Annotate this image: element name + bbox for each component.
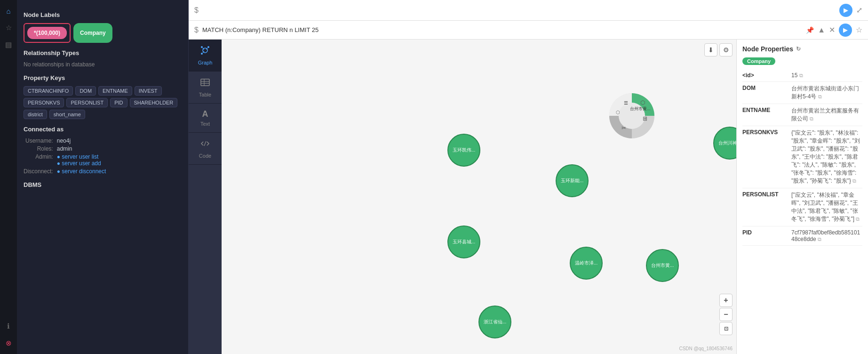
node-5[interactable]: 玉环县城...: [447, 225, 480, 258]
pie-node-container: ⬡ ⊞ ✂ ⬡ ☰ 台州市黄...: [607, 91, 657, 142]
prop-tag[interactable]: INVEST: [135, 86, 162, 96]
dbms-title: DBMS: [24, 181, 182, 188]
sidebar: Node Labels *(100,000) Company Relations…: [17, 0, 189, 354]
copy-personkvs-icon[interactable]: ⧉: [852, 178, 856, 184]
query-input-top[interactable]: [202, 7, 836, 14]
prop-tag[interactable]: SHAREHOLDER: [130, 98, 178, 107]
property-keys-section: Property Keys CTBRANCHINFO DOM ENTNAME I…: [24, 74, 182, 119]
prop-tag[interactable]: PERSONKVS: [24, 98, 64, 107]
tab-code[interactable]: Code: [189, 133, 222, 165]
roles-value: admin: [57, 145, 182, 152]
prop-tag[interactable]: PERSONLIST: [66, 98, 108, 107]
server-disconnect-link[interactable]: ● server disconnect: [57, 168, 182, 175]
copy-pid-icon[interactable]: ⧉: [818, 236, 821, 242]
watermark: CSDN @qq_1804536746: [679, 346, 733, 351]
disconnect-icon[interactable]: ⊗: [1, 336, 16, 350]
content-area: Graph Table A Text: [189, 40, 868, 354]
star-button[interactable]: ☆: [856, 25, 862, 34]
svg-text:⬡: ⬡: [640, 99, 645, 106]
svg-text:⬡: ⬡: [616, 110, 620, 115]
prop-personkvs-val: {"应文云": "股东", "林汝福": "股东", "章金晖": "股东", …: [791, 129, 862, 185]
prop-entname-val: 台州市黄岩兰文档案服务有限公司 ⧉: [791, 107, 862, 123]
username-label: Username:: [24, 137, 53, 144]
node-3[interactable]: 台州川神...: [713, 127, 736, 160]
copy-personlist-icon[interactable]: ⧉: [856, 216, 860, 222]
dollar-sign-top: $: [194, 6, 199, 15]
connected-grid: Username: neo4j Roles: admin Admin: ● se…: [24, 137, 182, 175]
download-btn[interactable]: ⬇: [704, 43, 717, 56]
prop-id-key: <id>: [742, 72, 789, 79]
run-button-second[interactable]: ▶: [839, 24, 852, 37]
node-8[interactable]: 浙江省仙...: [478, 306, 511, 338]
expand-button-second[interactable]: ✕: [829, 25, 835, 34]
code-tab-icon: [200, 138, 210, 151]
graph-tab-icon: [200, 45, 210, 58]
copy-dom-icon[interactable]: ⧉: [818, 94, 822, 99]
prop-tag[interactable]: CTBRANCHINFO: [24, 86, 73, 96]
admin-links: ● server user list ● server user add: [57, 153, 182, 167]
prop-dom: DOM 台州市黄岩东城街道小东门新村5-4号 ⧉: [742, 82, 862, 104]
property-tags: CTBRANCHINFO DOM ENTNAME INVEST PERSONKV…: [24, 86, 182, 119]
props-company-badge[interactable]: Company: [742, 57, 775, 65]
tab-table[interactable]: Table: [189, 72, 222, 104]
tab-text-label: Text: [200, 121, 210, 127]
settings-btn[interactable]: ⚙: [719, 43, 733, 56]
rel-types-section: Relationship Types No relationships in d…: [24, 49, 182, 68]
node-labels-section: Node Labels *(100,000) Company: [24, 11, 182, 43]
graph-canvas[interactable]: ⬇ ⚙ ⬡ ⊞ ✂ ⬡ ☰: [222, 40, 736, 354]
query-text: MATCH (n:Company) RETURN n LIMIT 25: [202, 26, 319, 33]
info-icon[interactable]: ℹ: [1, 319, 16, 333]
star-icon[interactable]: ☆: [1, 21, 16, 35]
graph-toolbar: ⬇ ⚙: [704, 43, 733, 56]
tab-text[interactable]: A Text: [189, 104, 222, 133]
fit-btn[interactable]: ⊡: [719, 322, 733, 335]
table-tab-icon: [200, 77, 210, 90]
node-1[interactable]: 玉环凯伟...: [447, 134, 480, 167]
collapse-button[interactable]: ▲: [818, 26, 825, 34]
server-user-list-link[interactable]: ● server user list: [57, 153, 182, 160]
monitor-icon[interactable]: ▤: [1, 38, 16, 52]
badge-all[interactable]: *(100,000): [27, 27, 67, 39]
dbms-section: DBMS: [24, 181, 182, 188]
expand-button-top[interactable]: ⤢: [856, 6, 862, 15]
prop-dom-key: DOM: [742, 85, 789, 101]
prop-tag[interactable]: DOM: [75, 86, 96, 96]
props-title: Node Properties ↻: [742, 45, 862, 53]
copy-id-icon[interactable]: ⧉: [799, 72, 803, 78]
run-button-top[interactable]: ▶: [839, 4, 852, 17]
prop-pid: PID 7cf7987faf0bef8edb58510148ce8dde ⧉: [742, 226, 862, 246]
svg-point-3: [201, 53, 203, 55]
prop-tag[interactable]: PID: [110, 98, 127, 107]
svg-text:✂: ✂: [621, 125, 626, 131]
server-user-add-link[interactable]: ● server user add: [57, 160, 182, 167]
prop-id: <id> 15 ⧉: [742, 69, 862, 82]
copy-entname-icon[interactable]: ⧉: [810, 116, 813, 121]
prop-tag[interactable]: district: [24, 110, 47, 119]
tab-graph[interactable]: Graph: [189, 40, 222, 72]
node-2[interactable]: 玉环新能...: [556, 164, 589, 197]
props-refresh-icon[interactable]: ↻: [796, 46, 801, 52]
prop-tag[interactable]: ENTNAME: [98, 86, 132, 96]
prop-pid-key: PID: [742, 229, 789, 242]
zoom-out-btn[interactable]: −: [719, 308, 733, 321]
node-6[interactable]: 温岭市泽...: [570, 247, 603, 280]
prop-entname: ENTNAME 台州市黄岩兰文档案服务有限公司 ⧉: [742, 104, 862, 126]
home-icon[interactable]: ⌂: [1, 4, 16, 18]
zoom-in-btn[interactable]: +: [719, 294, 733, 307]
prop-personlist-key: PERSONLIST: [742, 191, 789, 223]
prop-entname-key: ENTNAME: [742, 107, 789, 123]
pin-button[interactable]: 📌: [806, 26, 814, 34]
node-labels-title: Node Labels: [24, 11, 182, 18]
roles-label: Roles:: [24, 145, 53, 152]
property-keys-title: Property Keys: [24, 74, 182, 81]
prop-personlist: PERSONLIST ["应文云", "林汝福", "章金晖", "刘卫武", …: [742, 188, 862, 226]
prop-dom-val: 台州市黄岩东城街道小东门新村5-4号 ⧉: [791, 85, 862, 101]
selected-box: *(100,000): [24, 23, 71, 43]
prop-tag[interactable]: short_name: [49, 110, 85, 119]
prop-pid-val: 7cf7987faf0bef8edb58510148ce8dde ⧉: [791, 229, 862, 242]
pie-node-svg[interactable]: ⬡ ⊞ ✂ ⬡ ☰ 台州市黄...: [607, 91, 657, 141]
badge-company[interactable]: Company: [73, 23, 112, 43]
connected-title: Connected as: [24, 126, 182, 133]
node-7[interactable]: 台州市黄...: [646, 249, 679, 282]
prop-personkvs-key: PERSONKVS: [742, 129, 789, 185]
